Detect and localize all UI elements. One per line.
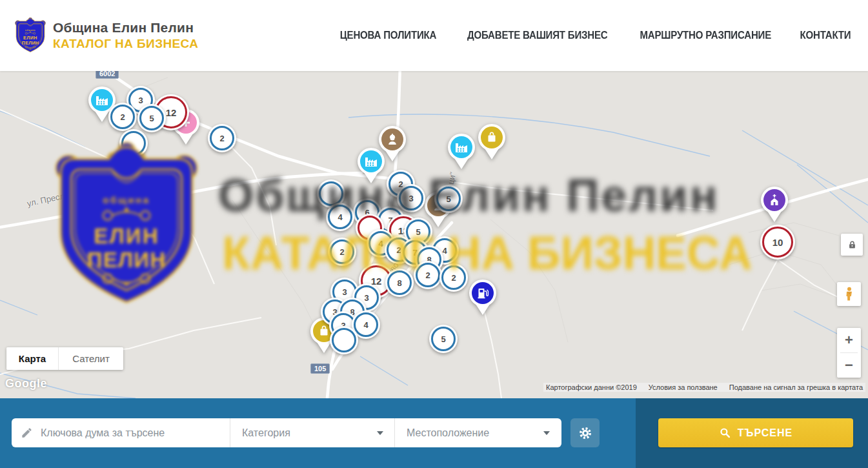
cluster-ring [332, 328, 356, 352]
cluster-marker[interactable]: 5 [137, 104, 166, 132]
cluster-count: 3 [364, 293, 368, 303]
nav-item-add-business[interactable]: ДОБАВЕТЕ ВАШИЯТ БИЗНЕС [467, 30, 608, 41]
search-bar: Категория Местоположение ТЪРСЕНЕ [0, 398, 868, 468]
cluster-marker[interactable]: 2 [414, 261, 442, 289]
keyword-field-cell [12, 418, 230, 447]
search-field-group: Категория Местоположение [12, 418, 561, 447]
cluster-count: 4 [363, 320, 368, 330]
search-button[interactable]: ТЪРСЕНЕ [658, 418, 853, 447]
nav-item-timetable[interactable]: МАРШРУТНО РАЗПИСАНИЕ [640, 30, 771, 41]
cluster-count: 5 [446, 194, 450, 204]
advanced-settings-button[interactable] [570, 418, 600, 447]
site-header: Община Елин Пелин КАТАЛОГ НА БИЗНЕСА ЦЕН… [0, 0, 868, 71]
category-select-value: Категория [242, 427, 290, 439]
nav-item-contacts[interactable]: КОНТАКТИ [800, 30, 851, 41]
cluster-count: 10 [772, 237, 783, 248]
church-pin-marker[interactable] [760, 186, 789, 226]
site-title: Община Елин Пелин [53, 20, 198, 36]
report-error-link[interactable]: Подаване на сигнал за грешка в картата [729, 383, 863, 391]
main-nav: ЦЕНОВА ПОЛИТИКА ДОБАВЕТЕ ВАШИЯТ БИЗНЕС М… [337, 0, 853, 71]
zoom-in-button[interactable]: + [837, 328, 861, 352]
pencil-icon [21, 427, 33, 439]
factory-pin-marker[interactable] [356, 147, 386, 187]
cluster-count: 2 [451, 273, 456, 283]
cluster-count: 8 [397, 278, 401, 288]
cluster-count: 2 [120, 112, 125, 122]
cluster-marker[interactable]: 2 [208, 124, 236, 152]
map-type-control: Карта Сателит [6, 347, 123, 370]
nav-item-pricing[interactable]: ЦЕНОВА ПОЛИТИКА [340, 30, 436, 41]
cluster-marker[interactable]: 5 [434, 185, 463, 213]
chevron-down-icon [543, 431, 550, 435]
search-submit-panel: ТЪРСЕНЕ [636, 398, 868, 468]
search-button-label: ТЪРСЕНЕ [738, 427, 792, 439]
cluster-count: 12 [166, 107, 177, 118]
gear-icon [578, 425, 593, 441]
marker-layer: 32125223564713542427822128333834510 [0, 71, 868, 398]
cluster-marker[interactable]: 8 [385, 269, 414, 297]
cluster-ring [121, 131, 146, 156]
map-type-map-button[interactable]: Карта [6, 347, 58, 370]
map-attribution: Картографски данни ©2019 Условия за полз… [543, 383, 865, 392]
search-icon [719, 427, 731, 439]
municipality-crest-logo [14, 17, 46, 54]
cluster-count: 5 [441, 334, 445, 344]
search-bar-fields: Категория Местоположение [0, 398, 636, 468]
google-logo[interactable]: Google [5, 377, 47, 391]
pegman-icon [843, 286, 856, 303]
cluster-count: 2 [219, 134, 224, 143]
attribution-copyright: Картографски данни ©2019 [546, 383, 637, 391]
cluster-marker[interactable] [119, 129, 148, 158]
cluster-marker[interactable]: 2 [108, 103, 137, 131]
map-canvas[interactable]: 32125223564713542427822128333834510 ул. … [0, 71, 868, 398]
cluster-count: 2 [425, 270, 430, 280]
cluster-marker[interactable]: 5 [429, 325, 458, 353]
cluster-count: 3 [409, 194, 413, 203]
cluster-marker[interactable]: 4 [326, 203, 354, 231]
map-type-satellite-button[interactable]: Сателит [58, 347, 123, 370]
fullscreen-lock-button[interactable] [841, 234, 863, 256]
keyword-search-input[interactable] [41, 427, 208, 439]
cluster-count: 4 [338, 212, 342, 222]
cluster-count: 3 [342, 287, 347, 297]
cluster-count: 2 [339, 247, 344, 257]
zoom-control: + − [837, 328, 861, 378]
cluster-count: 3 [138, 96, 143, 105]
cluster-count: 4 [442, 246, 447, 256]
cluster-count: 4 [378, 239, 383, 249]
location-select-value: Местоположение [407, 427, 489, 439]
cluster-marker[interactable]: 2 [328, 238, 356, 266]
category-select[interactable]: Категория [230, 418, 395, 447]
shopping-bag-pin-marker[interactable] [477, 123, 507, 163]
location-select[interactable]: Местоположение [395, 418, 561, 447]
street-view-pegman-button[interactable] [837, 282, 861, 306]
terms-link[interactable]: Условия за ползване [649, 383, 718, 391]
padlock-icon [847, 240, 857, 250]
cluster-marker[interactable]: 2 [439, 263, 468, 292]
cluster-count: 5 [149, 114, 154, 123]
site-subtitle: КАТАЛОГ НА БИЗНЕСА [53, 37, 198, 51]
chevron-down-icon [377, 431, 383, 435]
zoom-out-button[interactable]: − [837, 353, 861, 378]
site-logo[interactable]: Община Елин Пелин КАТАЛОГ НА БИЗНЕСА [14, 17, 198, 54]
factory-pin-marker[interactable] [447, 133, 476, 173]
cluster-marker[interactable]: 10 [760, 225, 795, 259]
cluster-marker[interactable]: 3 [397, 184, 425, 212]
cluster-marker[interactable] [330, 326, 358, 354]
fuel-pin-marker[interactable] [468, 279, 498, 319]
cluster-count: 5 [416, 227, 420, 237]
